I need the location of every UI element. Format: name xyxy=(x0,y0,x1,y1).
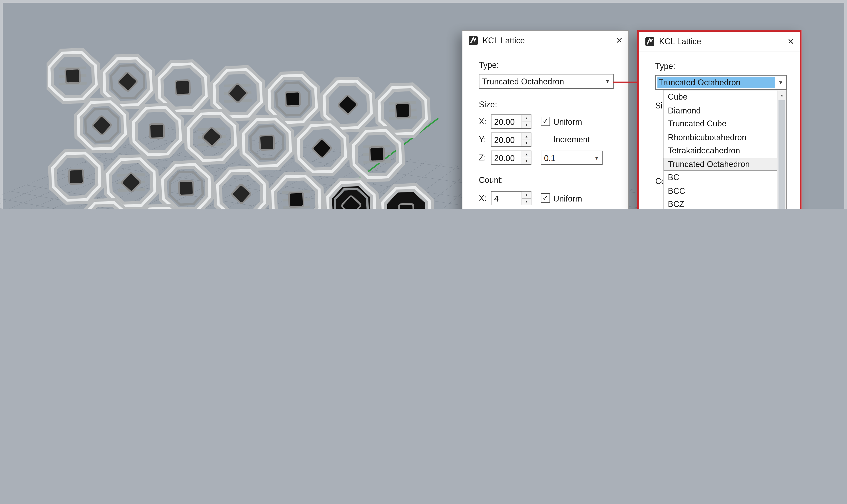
size-label: Size: xyxy=(479,100,497,109)
size-increment-combo[interactable]: 0.1 ▾ xyxy=(541,151,603,165)
size-x-spinner[interactable]: ▴▾ xyxy=(522,115,531,128)
spinner-up-icon[interactable]: ▴ xyxy=(522,115,531,122)
size-z-input[interactable]: 20.00 ▴▾ xyxy=(491,151,531,165)
count-x-input[interactable]: 4 ▴▾ xyxy=(491,191,531,205)
scroll-up-icon[interactable]: ▴ xyxy=(777,90,786,99)
kcl-lattice-dialog-right: KCL Lattice × Type: Truncated Octahedron… xyxy=(637,30,801,209)
spinner-up-icon[interactable]: ▴ xyxy=(522,192,531,199)
scrollbar-thumb[interactable] xyxy=(778,100,785,209)
size-y-input[interactable]: 20.00 ▴▾ xyxy=(491,132,531,147)
dropdown-item-rhombicubotahedron[interactable]: Rhombicubotahedron xyxy=(664,131,778,144)
dropdown-item-bcz[interactable]: BCZ xyxy=(664,198,778,209)
size-increment-value: 0.1 xyxy=(543,152,591,164)
dialog-title: KCL Lattice xyxy=(659,37,701,46)
chevron-down-icon[interactable]: ▾ xyxy=(775,79,786,86)
lattice-model xyxy=(47,48,441,209)
titlebar: KCL Lattice × xyxy=(639,32,800,52)
size-z-value: 20.00 xyxy=(492,153,522,162)
size-y-spinner[interactable]: ▴▾ xyxy=(522,133,531,146)
kcl-lattice-dialog-left: KCL Lattice × Type: Truncated Octahedron… xyxy=(462,30,629,209)
size-x-label: X: xyxy=(479,116,487,126)
size-y-label: Y: xyxy=(479,135,486,144)
count-x-label: X: xyxy=(479,193,487,203)
screenshot-root: Type : Truncated Octahedron Density : 0.… xyxy=(0,0,847,209)
count-uniform-checkbox[interactable]: ✓ xyxy=(541,193,550,203)
dropdown-item-truncated-cube[interactable]: Truncated Cube xyxy=(664,117,778,130)
type-combo-value: Truncated Octahedron xyxy=(657,77,775,88)
annotation-connector-line xyxy=(613,82,638,83)
dropdown-item-tetrakaidecahedron[interactable]: Tetrakaidecahedron xyxy=(664,144,778,158)
dropdown-item-cube[interactable]: Cube xyxy=(664,90,778,104)
spinner-up-icon[interactable]: ▴ xyxy=(522,133,531,140)
type-combo-open[interactable]: Truncated Octahedron ▾ xyxy=(655,75,787,90)
type-label: Type: xyxy=(655,61,675,71)
chevron-down-icon[interactable]: ▾ xyxy=(602,78,613,85)
count-label: Count: xyxy=(479,175,503,184)
type-combo[interactable]: Truncated Octahedron ▾ xyxy=(479,74,614,89)
size-y-value: 20.00 xyxy=(492,135,522,144)
close-icon[interactable]: × xyxy=(788,36,794,47)
type-label: Type: xyxy=(479,60,499,69)
dropdown-item-truncated-octahedron[interactable]: Truncated Octahedron xyxy=(664,158,778,171)
kcl-logo-icon xyxy=(645,36,654,46)
close-icon[interactable]: × xyxy=(616,35,622,46)
size-uniform-label: Uniform xyxy=(553,117,582,126)
dialog-title: KCL Lattice xyxy=(483,36,525,45)
dropdown-items: CubeDiamondTruncated CubeRhombicubotahed… xyxy=(664,90,778,209)
spinner-down-icon[interactable]: ▾ xyxy=(522,122,531,128)
spinner-down-icon[interactable]: ▾ xyxy=(522,140,531,146)
spinner-up-icon[interactable]: ▴ xyxy=(522,151,531,158)
count-uniform-label: Uniform xyxy=(553,194,582,203)
type-combo-value: Truncated Octahedron xyxy=(481,75,602,87)
count-x-value: 4 xyxy=(492,194,522,203)
size-z-spinner[interactable]: ▴▾ xyxy=(522,151,531,164)
dropdown-item-diamond[interactable]: Diamond xyxy=(664,104,778,117)
dropdown-item-bc[interactable]: BC xyxy=(664,171,778,184)
size-z-label: Z: xyxy=(479,153,486,162)
size-increment-label: Increment xyxy=(553,135,590,144)
size-x-input[interactable]: 20.00 ▴▾ xyxy=(491,114,531,129)
spinner-down-icon[interactable]: ▾ xyxy=(522,158,531,164)
size-x-value: 20.00 xyxy=(492,117,522,126)
type-dropdown-list: CubeDiamondTruncated CubeRhombicubotahed… xyxy=(663,90,787,209)
dropdown-item-bcc[interactable]: BCC xyxy=(664,184,778,198)
spinner-down-icon[interactable]: ▾ xyxy=(522,199,531,205)
dropdown-scrollbar[interactable]: ▴ ▾ xyxy=(777,90,786,209)
kcl-logo-icon xyxy=(468,35,478,45)
size-uniform-checkbox[interactable]: ✓ xyxy=(541,116,550,126)
chevron-down-icon[interactable]: ▾ xyxy=(591,154,602,161)
titlebar: KCL Lattice × xyxy=(462,31,629,50)
count-x-spinner[interactable]: ▴▾ xyxy=(522,192,531,205)
